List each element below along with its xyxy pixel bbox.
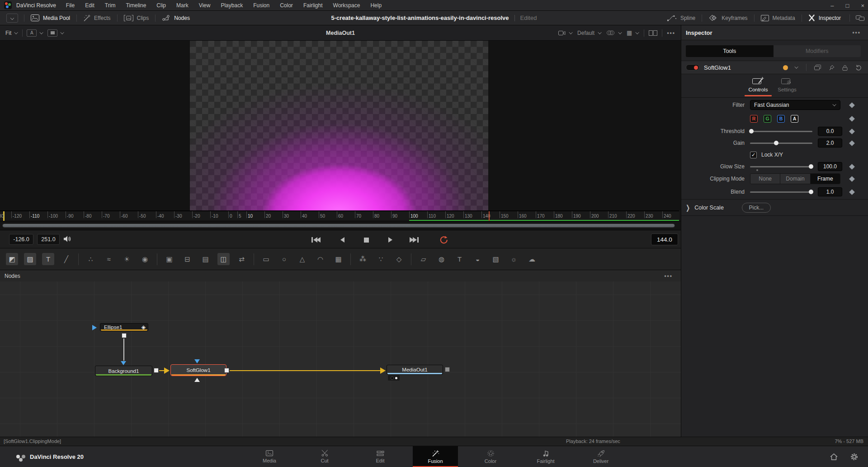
- pick-color-button[interactable]: Pick...: [742, 203, 771, 213]
- filter-keyframe-icon[interactable]: [849, 102, 855, 108]
- toolbar-media-pool-button[interactable]: Media Pool: [24, 11, 76, 25]
- cube-3d-tool-icon[interactable]: ▧: [490, 253, 502, 265]
- app-menu[interactable]: DaVinci Resolve: [16, 2, 56, 9]
- channel-a-button[interactable]: A: [791, 115, 798, 123]
- page-fairlight[interactable]: Fairlight: [523, 446, 568, 467]
- tab-tools[interactable]: Tools: [686, 45, 774, 57]
- menu-playback[interactable]: Playback: [221, 2, 243, 9]
- timeline-scrollbar-thumb[interactable]: [2, 224, 675, 228]
- camera-chevron-icon[interactable]: [569, 30, 572, 34]
- filter-dropdown[interactable]: Fast Gaussian: [750, 100, 840, 110]
- clipping-mode-domain-button[interactable]: Domain: [780, 174, 810, 184]
- mediaout1-output-connector[interactable]: [445, 367, 450, 372]
- ellipse-mask-tool-icon[interactable]: ○: [278, 253, 290, 265]
- toolbar-nodes-button[interactable]: Nodes: [156, 11, 196, 25]
- menu-fairlight[interactable]: Fairlight: [303, 2, 323, 9]
- tab-modifiers[interactable]: Modifiers: [774, 45, 861, 57]
- mesh-warp-tool-icon[interactable]: ▦: [332, 253, 344, 265]
- particle-emitter-tool-icon[interactable]: ⁂: [357, 253, 369, 265]
- timeline-scrollbar[interactable]: [0, 221, 681, 230]
- zoom-chevron-icon[interactable]: [14, 30, 18, 34]
- ellipse1-output-connector[interactable]: [122, 333, 127, 338]
- text-3d-tool-icon[interactable]: T: [453, 253, 466, 265]
- background-tool-icon[interactable]: ◩: [6, 253, 18, 265]
- project-manager-icon[interactable]: [830, 453, 838, 460]
- fill-view-button[interactable]: [47, 29, 57, 37]
- background1-output-connector[interactable]: [154, 368, 159, 373]
- uv-map-tool-icon[interactable]: ◒: [472, 253, 484, 265]
- channel-a-button[interactable]: A: [27, 29, 37, 37]
- node-background1[interactable]: Background1: [95, 366, 152, 376]
- toolbar-effects-button[interactable]: Effects: [77, 11, 117, 25]
- color-curves-tool-icon[interactable]: ≈: [103, 253, 115, 265]
- image-plane-3d-tool-icon[interactable]: ▱: [417, 253, 429, 265]
- threshold-slider[interactable]: [750, 131, 812, 132]
- transform-tool-icon[interactable]: ⇄: [236, 253, 248, 265]
- split-view-icon[interactable]: [649, 30, 657, 36]
- lut-select[interactable]: Default: [577, 30, 594, 36]
- toolbar-clips-button[interactable]: Clips: [118, 11, 156, 25]
- blend-value-field[interactable]: 1.0: [818, 187, 842, 196]
- particle-merge-tool-icon[interactable]: ∵: [375, 253, 387, 265]
- loop-button[interactable]: [435, 235, 453, 245]
- lock-xy-checkbox[interactable]: ✓: [750, 152, 757, 158]
- softglow1-output-connector[interactable]: [224, 368, 229, 373]
- glow-size-value-field[interactable]: 100.0: [818, 162, 842, 171]
- color-scale-expand-icon[interactable]: ❯: [686, 204, 690, 212]
- node-graph[interactable]: Ellipse1 ◈ Background1 SoftGlow1 MediaOu…: [0, 281, 681, 437]
- toolbar-metadata-button[interactable]: Metadata: [755, 11, 802, 25]
- audio-mute-icon[interactable]: [63, 235, 72, 243]
- node-color-swatch[interactable]: [783, 65, 788, 70]
- color-wheels-icon[interactable]: [606, 30, 615, 36]
- clipping-keyframe-icon[interactable]: [849, 176, 855, 182]
- menu-workspace[interactable]: Workspace: [333, 2, 360, 9]
- global-end-field[interactable]: 251.0: [37, 234, 60, 245]
- reset-icon[interactable]: [855, 65, 862, 71]
- project-settings-gear-icon[interactable]: [850, 453, 858, 461]
- node-enable-toggle[interactable]: [686, 64, 699, 71]
- menu-timeline[interactable]: Timeline: [126, 2, 146, 9]
- minimize-button[interactable]: –: [830, 2, 834, 9]
- channels-keyframe-icon[interactable]: [849, 116, 855, 122]
- toolbar-spline-button[interactable]: Spline: [661, 11, 702, 25]
- playhead[interactable]: [489, 211, 490, 221]
- page-deliver[interactable]: Deliver: [578, 446, 623, 467]
- threshold-value-field[interactable]: 0.0: [818, 127, 842, 136]
- swatch-chevron-icon[interactable]: [794, 65, 798, 68]
- node-mediaout1[interactable]: MediaOut1: [387, 365, 443, 375]
- clipping-mode-none-button[interactable]: None: [750, 174, 780, 184]
- menu-help[interactable]: Help: [370, 2, 382, 9]
- blend-slider[interactable]: [750, 191, 812, 193]
- gain-keyframe-icon[interactable]: [849, 140, 855, 146]
- play-reverse-button[interactable]: [335, 235, 350, 245]
- glow-size-slider[interactable]: [750, 166, 812, 167]
- menu-clip[interactable]: Clip: [156, 2, 166, 9]
- gain-slider[interactable]: [750, 143, 812, 144]
- page-color[interactable]: Color: [468, 446, 513, 467]
- copy-settings-icon[interactable]: [814, 65, 821, 71]
- page-cut[interactable]: Cut: [302, 446, 347, 467]
- page-edit[interactable]: Edit: [358, 446, 403, 467]
- menu-file[interactable]: File: [66, 2, 75, 9]
- zoom-select[interactable]: Fit: [5, 30, 11, 36]
- glow-size-keyframe-icon[interactable]: [849, 164, 855, 170]
- merge-tool-icon[interactable]: ▣: [163, 253, 175, 265]
- menu-mark[interactable]: Mark: [176, 2, 189, 9]
- lock-icon[interactable]: [842, 65, 848, 71]
- blend-keyframe-icon[interactable]: [849, 189, 855, 195]
- fill-chevron-icon[interactable]: [61, 30, 64, 34]
- page-fusion[interactable]: Fusion: [413, 446, 458, 467]
- timeline-ruler[interactable]: -130-120-110-100-90-80-70-60-50-40-30-20…: [0, 210, 679, 221]
- menu-view[interactable]: View: [199, 2, 211, 9]
- stop-button[interactable]: [359, 235, 374, 245]
- channel-g-button[interactable]: G: [764, 115, 771, 123]
- grid-view-icon[interactable]: ▦: [627, 29, 632, 36]
- lut-chevron-icon[interactable]: [598, 30, 601, 34]
- spot-light-tool-icon[interactable]: ☼: [508, 253, 520, 265]
- current-frame-field[interactable]: 144.0: [651, 234, 678, 245]
- color-corrector-tool-icon[interactable]: ∴: [85, 253, 97, 265]
- threshold-keyframe-icon[interactable]: [849, 129, 855, 134]
- clipping-mode-frame-button[interactable]: Frame: [811, 174, 840, 184]
- maximize-button[interactable]: □: [846, 2, 849, 9]
- grid-chevron-icon[interactable]: [636, 30, 639, 34]
